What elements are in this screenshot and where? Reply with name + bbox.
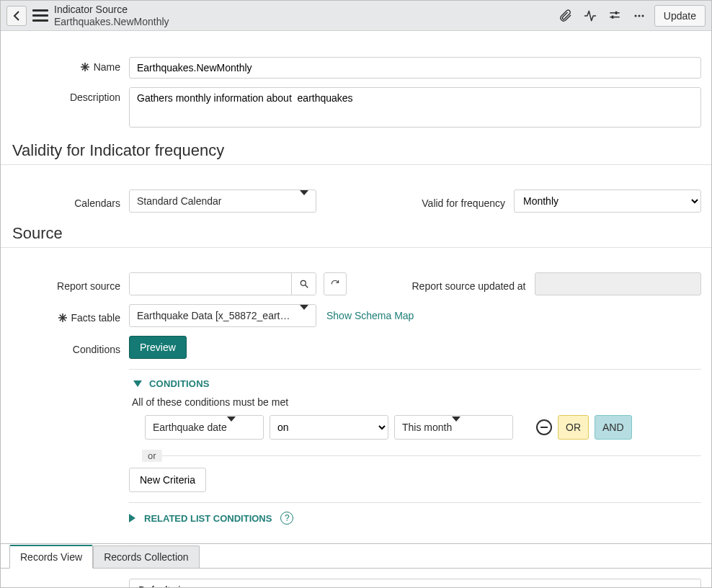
activity-button[interactable] [581,6,600,25]
conditions-toggle[interactable] [133,380,142,387]
search-icon [299,279,309,289]
name-label: Name [94,61,120,73]
tab-records-view[interactable]: Records View [9,545,93,569]
facts-table-select[interactable]: Earthquake Data [x_58872_earthquake… [129,304,316,327]
condition-value-select[interactable]: This month [394,415,513,440]
valid-for-frequency-select[interactable]: Monthly [514,190,701,213]
required-icon [81,63,89,71]
required-icon [58,313,67,322]
source-section-title: Source [1,217,711,248]
svg-point-11 [301,280,306,285]
tab-records-collection[interactable]: Records Collection [93,545,200,568]
or-button[interactable]: OR [558,415,589,440]
report-source-input[interactable] [130,273,291,295]
conditions-subtext: All of these conditions must be met [129,392,701,415]
svg-rect-3 [612,15,614,18]
report-source-updated-field [535,272,702,295]
condition-field-select[interactable]: Earthquake date [145,415,264,440]
header-bar: Indicator Source Earthquakes.NewMonthly … [1,1,711,31]
svg-rect-2 [615,11,618,14]
validity-section-title: Validity for Indicator frequency [1,134,711,165]
new-criteria-button[interactable]: New Criteria [129,468,206,492]
update-button[interactable]: Update [654,5,706,27]
calendars-select[interactable]: Standard Calendar [129,190,316,213]
related-conditions-header: RELATED LIST CONDITIONS [144,513,272,524]
chevron-down-icon [227,416,236,433]
activity-icon [583,9,597,23]
page-title-block: Indicator Source Earthquakes.NewMonthly [54,4,169,27]
settings-button[interactable] [605,6,624,25]
sliders-icon [608,9,622,23]
help-button[interactable]: ? [280,512,293,525]
menu-button[interactable] [32,8,48,24]
name-input[interactable] [129,57,701,79]
report-source-lookup [129,272,316,295]
show-schema-map-link[interactable]: Show Schema Map [326,310,414,321]
refresh-button[interactable] [324,272,347,295]
calendars-label: Calendars [74,197,120,209]
valid-for-label: Valid for frequency [422,197,505,209]
chevron-down-icon [300,305,308,321]
description-input[interactable] [129,87,701,128]
condition-operator-select[interactable]: on [270,415,388,440]
more-horizontal-icon [632,9,646,23]
page-title: Indicator Source [54,4,169,15]
page-subtitle: Earthquakes.NewMonthly [54,16,169,27]
conditions-label: Conditions [73,344,120,355]
list-view-label: List View [80,587,120,587]
svg-point-5 [638,14,640,17]
list-view-select[interactable]: Default view [129,579,701,587]
calendars-value: Standard Calendar [137,195,222,207]
more-button[interactable] [630,6,649,25]
report-source-updated-label: Report source updated at [412,280,526,292]
and-button[interactable]: AND [595,415,632,440]
facts-table-value: Earthquake Data [x_58872_earthquake… [137,310,294,321]
related-conditions-toggle[interactable] [129,514,135,522]
svg-point-4 [634,14,636,17]
back-button[interactable] [6,6,27,26]
refresh-icon [330,279,340,289]
condition-value-value: This month [402,422,452,433]
report-source-search-button[interactable] [291,273,316,295]
or-separator-label: or [142,450,162,462]
conditions-header: CONDITIONS [149,378,210,389]
paperclip-icon [559,9,573,23]
chevron-down-icon [452,416,460,433]
svg-point-6 [641,14,644,17]
attachment-button[interactable] [556,6,575,25]
report-source-label: Report source [57,280,120,292]
divider [162,455,701,456]
facts-table-label: Facts table [71,312,120,324]
remove-condition-button[interactable] [536,419,552,435]
preview-button[interactable]: Preview [129,336,187,359]
help-icon: ? [285,513,290,523]
minus-icon [540,427,548,428]
condition-field-value: Earthquake date [153,422,227,433]
chevron-down-icon [300,190,308,207]
description-label: Description [70,92,120,103]
svg-line-12 [305,285,308,288]
chevron-left-icon [13,11,20,21]
